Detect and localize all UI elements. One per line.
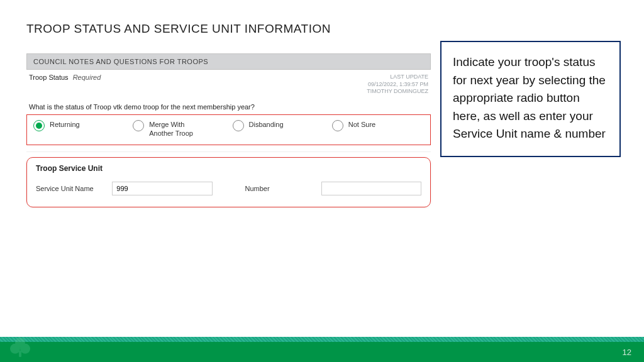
instruction-callout: Indicate your troop's status for next ye… bbox=[440, 41, 621, 157]
svg-rect-3 bbox=[19, 351, 21, 357]
trefoil-icon bbox=[8, 336, 33, 361]
radio-group-highlight: Returning Merge With Another Troop Disba… bbox=[26, 114, 431, 145]
radio-label: Disbanding bbox=[249, 120, 284, 129]
su-name-input[interactable] bbox=[112, 182, 212, 195]
slide-title: TROOP STATUS AND SERVICE UNIT INFORMATIO… bbox=[26, 22, 331, 36]
section-header: COUNCIL NOTES AND QUESTIONS FOR TROOPS bbox=[26, 53, 431, 70]
footer-accent-stripe bbox=[0, 337, 644, 342]
status-label: Troop Status bbox=[29, 74, 69, 81]
status-question: What is the status of Troop vtk demo tro… bbox=[26, 97, 431, 114]
radio-circle-icon bbox=[133, 120, 144, 131]
su-number-input[interactable] bbox=[321, 182, 421, 195]
status-row: Troop Status Required LAST UPDATE 09/12/… bbox=[26, 70, 431, 97]
footer-green-bar bbox=[0, 342, 644, 362]
form-panel: COUNCIL NOTES AND QUESTIONS FOR TROOPS T… bbox=[26, 53, 431, 207]
service-unit-title: Troop Service Unit bbox=[36, 164, 421, 173]
su-name-label: Service Unit Name bbox=[36, 185, 104, 192]
radio-option-disbanding[interactable]: Disbanding bbox=[229, 120, 328, 131]
status-required: Required bbox=[73, 74, 101, 81]
radio-circle-icon bbox=[33, 120, 45, 131]
page-number: 12 bbox=[623, 348, 631, 357]
radio-circle-icon bbox=[233, 120, 244, 131]
svg-point-1 bbox=[10, 344, 20, 354]
svg-point-2 bbox=[20, 344, 30, 354]
divider bbox=[26, 151, 431, 152]
radio-label: Returning bbox=[50, 120, 80, 129]
radio-option-returning[interactable]: Returning bbox=[30, 120, 129, 131]
service-unit-highlight: Troop Service Unit Service Unit Name Num… bbox=[26, 157, 431, 207]
radio-option-notsure[interactable]: Not Sure bbox=[328, 120, 428, 131]
radio-option-merge[interactable]: Merge With Another Troop bbox=[129, 120, 228, 138]
radio-label: Not Sure bbox=[348, 120, 375, 129]
radio-circle-icon bbox=[332, 120, 343, 131]
last-update-by: TIMOTHY DOMINGUEZ bbox=[367, 88, 428, 96]
last-update: LAST UPDATE 09/12/2022, 1:39:57 PM TIMOT… bbox=[367, 74, 428, 96]
footer: 12 bbox=[0, 334, 644, 362]
last-update-label: LAST UPDATE bbox=[367, 74, 428, 81]
last-update-time: 09/12/2022, 1:39:57 PM bbox=[367, 81, 428, 89]
su-number-label: Number bbox=[245, 185, 314, 192]
radio-label: Merge With Another Troop bbox=[149, 120, 206, 138]
